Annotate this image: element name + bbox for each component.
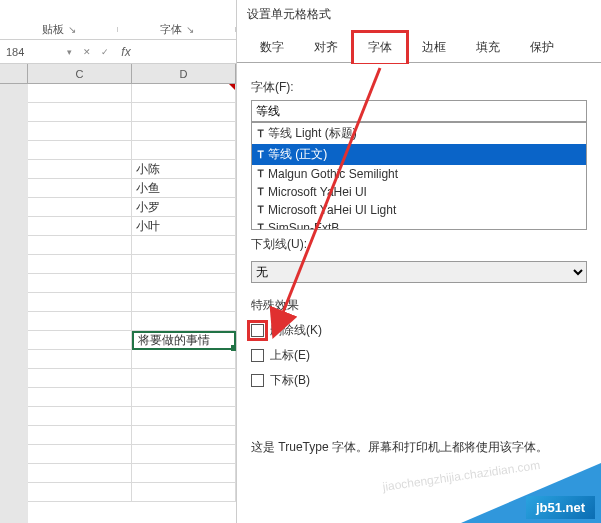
cell[interactable] xyxy=(28,369,132,388)
truetype-note: 这是 TrueType 字体。屏幕和打印机上都将使用该字体。 xyxy=(251,439,587,456)
cell[interactable] xyxy=(28,236,132,255)
col-head-d[interactable]: D xyxy=(132,64,236,83)
dialog-tabs: 数字 对齐 字体 边框 填充 保护 xyxy=(237,28,601,63)
cell[interactable] xyxy=(28,483,132,502)
formula-bar-row: 184 ▾ ✕ ✓ fx xyxy=(0,40,236,64)
cell[interactable] xyxy=(28,312,132,331)
truetype-icon: Ꭲ xyxy=(258,128,264,140)
name-box[interactable]: 184 xyxy=(0,46,60,58)
font-option[interactable]: ᎢMalgun Gothic Semilight xyxy=(252,165,586,183)
row-headers[interactable] xyxy=(0,84,28,523)
subscript-checkbox[interactable] xyxy=(251,374,264,387)
font-option-label: Microsoft YaHei UI xyxy=(268,185,367,199)
comment-indicator-icon[interactable] xyxy=(229,84,235,90)
cell[interactable]: 小罗 xyxy=(132,198,236,217)
tab-alignment[interactable]: 对齐 xyxy=(299,32,353,62)
cell[interactable] xyxy=(132,407,236,426)
dialog-launcher-icon[interactable]: ↘ xyxy=(68,24,76,35)
cell[interactable] xyxy=(28,293,132,312)
cell[interactable] xyxy=(132,350,236,369)
cell[interactable] xyxy=(132,483,236,502)
cells-area[interactable]: 小陈 小鱼 小罗 小叶 将要做的事情 xyxy=(28,84,236,523)
superscript-checkbox[interactable] xyxy=(251,349,264,362)
active-cell-editor[interactable]: 将要做的事情 xyxy=(132,331,236,350)
tab-number[interactable]: 数字 xyxy=(245,32,299,62)
cell[interactable] xyxy=(132,84,236,103)
font-option-label: 等线 Light (标题) xyxy=(268,125,357,142)
fx-icon[interactable]: fx xyxy=(114,45,138,59)
cell[interactable] xyxy=(28,103,132,122)
cell[interactable] xyxy=(28,255,132,274)
strikethrough-checkbox[interactable] xyxy=(251,324,264,337)
font-option-label: 等线 (正文) xyxy=(268,146,327,163)
cell[interactable] xyxy=(28,217,132,236)
cell[interactable] xyxy=(132,293,236,312)
cell[interactable]: 小叶 xyxy=(132,217,236,236)
grid-body[interactable]: 小陈 小鱼 小罗 小叶 将要做的事情 xyxy=(0,84,236,523)
cell[interactable] xyxy=(132,122,236,141)
column-headers: C D xyxy=(0,64,236,84)
column-c xyxy=(28,84,132,502)
cell[interactable] xyxy=(28,274,132,293)
cell[interactable] xyxy=(132,255,236,274)
superscript-row[interactable]: 上标(E) xyxy=(251,347,587,364)
cell[interactable]: 小鱼 xyxy=(132,179,236,198)
dialog-launcher-icon[interactable]: ↘ xyxy=(186,24,194,35)
select-all-corner[interactable] xyxy=(0,64,28,83)
truetype-icon: Ꭲ xyxy=(258,204,264,216)
font-option-label: Malgun Gothic Semilight xyxy=(268,167,398,181)
cell[interactable] xyxy=(28,350,132,369)
ribbon-group-font: 字体↘ xyxy=(118,22,236,37)
truetype-icon: Ꭲ xyxy=(258,149,264,161)
cell[interactable] xyxy=(132,274,236,293)
underline-select[interactable]: 无 xyxy=(251,261,587,283)
cell[interactable] xyxy=(132,236,236,255)
cell[interactable] xyxy=(132,426,236,445)
tab-font[interactable]: 字体 xyxy=(353,32,407,62)
cell[interactable] xyxy=(28,179,132,198)
cell[interactable] xyxy=(132,369,236,388)
name-dropdown-icon[interactable]: ▾ xyxy=(60,47,78,57)
cell[interactable] xyxy=(28,464,132,483)
font-option[interactable]: Ꭲ等线 (正文) xyxy=(252,144,586,165)
cell[interactable] xyxy=(28,160,132,179)
tab-fill[interactable]: 填充 xyxy=(461,32,515,62)
font-group-label: 字体 xyxy=(160,23,182,35)
cell[interactable] xyxy=(28,388,132,407)
cell[interactable] xyxy=(28,122,132,141)
cell[interactable] xyxy=(28,407,132,426)
subscript-label: 下标(B) xyxy=(270,372,310,389)
format-cells-dialog: 设置单元格格式 数字 对齐 字体 边框 填充 保护 字体(F): Ꭲ等线 Lig… xyxy=(236,0,601,523)
cell[interactable] xyxy=(28,84,132,103)
strike-row[interactable]: 删除线(K) xyxy=(251,322,587,339)
spreadsheet-area: 贴板↘ 字体↘ 184 ▾ ✕ ✓ fx C D 小陈 小鱼 xyxy=(0,0,236,523)
subscript-row[interactable]: 下标(B) xyxy=(251,372,587,389)
tab-border[interactable]: 边框 xyxy=(407,32,461,62)
cell[interactable] xyxy=(132,445,236,464)
cell[interactable] xyxy=(28,426,132,445)
cell[interactable] xyxy=(28,141,132,160)
font-listbox[interactable]: Ꭲ等线 Light (标题) Ꭲ等线 (正文) ᎢMalgun Gothic S… xyxy=(251,122,587,230)
cell[interactable] xyxy=(28,198,132,217)
cancel-icon[interactable]: ✕ xyxy=(78,47,96,57)
cell[interactable] xyxy=(132,141,236,160)
col-head-c[interactable]: C xyxy=(28,64,132,83)
font-option[interactable]: ᎢSimSun-ExtB xyxy=(252,219,586,230)
font-option[interactable]: Ꭲ等线 Light (标题) xyxy=(252,123,586,144)
superscript-label: 上标(E) xyxy=(270,347,310,364)
cell[interactable]: 小陈 xyxy=(132,160,236,179)
strikethrough-label: 删除线(K) xyxy=(270,322,322,339)
cell[interactable] xyxy=(28,331,132,350)
cell[interactable] xyxy=(28,445,132,464)
confirm-icon[interactable]: ✓ xyxy=(96,47,114,57)
cell[interactable] xyxy=(132,388,236,407)
font-option[interactable]: ᎢMicrosoft YaHei UI xyxy=(252,183,586,201)
column-d: 小陈 小鱼 小罗 小叶 xyxy=(132,84,236,502)
underline-label: 下划线(U): xyxy=(251,236,587,253)
cell[interactable] xyxy=(132,312,236,331)
tab-protection[interactable]: 保护 xyxy=(515,32,569,62)
cell[interactable] xyxy=(132,103,236,122)
cell[interactable] xyxy=(132,464,236,483)
font-option[interactable]: ᎢMicrosoft YaHei UI Light xyxy=(252,201,586,219)
font-name-input[interactable] xyxy=(251,100,587,122)
